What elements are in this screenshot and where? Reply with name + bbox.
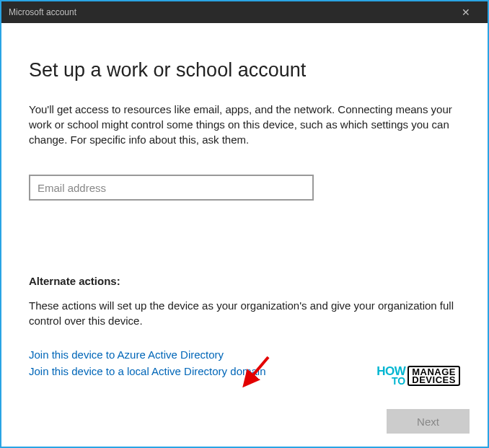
alternate-description: These actions will set up the device as …	[29, 298, 460, 328]
join-local-domain-link[interactable]: Join this device to a local Active Direc…	[29, 365, 460, 377]
close-icon[interactable]: ✕	[451, 6, 480, 18]
join-azure-ad-link[interactable]: Join this device to Azure Active Directo…	[29, 348, 460, 361]
titlebar: Microsoft account ✕	[1, 1, 488, 23]
page-title: Set up a work or school account	[29, 59, 460, 82]
next-button[interactable]: Next	[387, 409, 470, 434]
alternate-actions-section: Alternate actions: These actions will se…	[29, 275, 460, 387]
page-description: You'll get access to resources like emai…	[29, 102, 460, 147]
content-area: Set up a work or school account You'll g…	[1, 23, 488, 402]
dialog-window: Microsoft account ✕ Set up a work or sch…	[0, 0, 489, 448]
footer: Next	[1, 402, 488, 447]
alternate-heading: Alternate actions:	[29, 275, 460, 287]
email-field[interactable]	[29, 175, 314, 201]
window-title: Microsoft account	[9, 7, 76, 17]
